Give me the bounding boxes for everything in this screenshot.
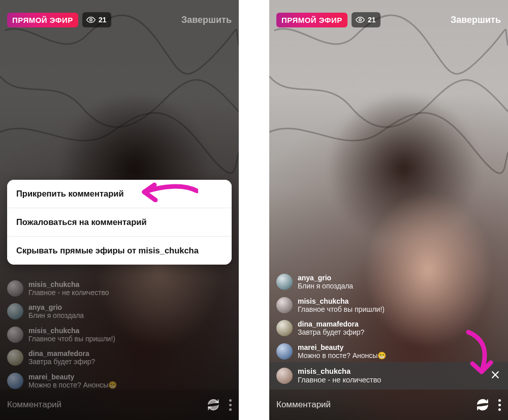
comment-text: Можно в посте? Анонсы😁 [298, 351, 386, 361]
more-options-icon[interactable] [498, 399, 501, 411]
topbar: ПРЯМОЙ ЭФИР 21 Завершить [276, 12, 501, 27]
comment-item[interactable]: anya_grio Блин я опоздала [7, 303, 232, 320]
svg-point-0 [90, 19, 92, 21]
avatar[interactable] [276, 320, 293, 336]
viewer-count: 21 [99, 16, 107, 24]
comment-item[interactable]: misis_chukcha Главное чтоб вы пришли!) [7, 327, 232, 344]
comment-username: marei_beauty [28, 373, 117, 381]
comment-text: Блин я опоздала [28, 311, 84, 320]
avatar[interactable] [7, 349, 23, 366]
instructional-arrow-icon [461, 329, 494, 378]
more-options-icon[interactable] [229, 399, 232, 411]
comment-text: Главное чтоб вы пришли!) [298, 305, 385, 314]
pinned-comment-username: misis_chukcha [298, 367, 381, 375]
comment-username: dina_mamafedora [298, 320, 364, 328]
comment-text: Можно в посте? Анонсы😁 [28, 381, 117, 390]
comment-item[interactable]: misis_chukcha Главное - не количество [7, 280, 232, 298]
avatar[interactable] [7, 327, 23, 343]
comment-item[interactable]: marei_beauty Можно в посте? Анонсы😁 [7, 373, 232, 390]
switch-camera-icon[interactable] [207, 398, 220, 411]
avatar[interactable] [276, 274, 293, 290]
eye-icon [86, 15, 96, 24]
pinned-comment-text: Главное - не количество [298, 375, 381, 384]
avatar[interactable] [7, 280, 23, 297]
comment-item[interactable]: misis_chukcha Главное чтоб вы пришли!) [276, 297, 501, 314]
avatar[interactable] [276, 368, 293, 384]
screenshot-right: ПРЯМОЙ ЭФИР 21 Завершить anya_grio Блин … [269, 0, 508, 420]
comment-username: dina_mamafedora [28, 349, 95, 358]
avatar[interactable] [7, 303, 23, 319]
avatar[interactable] [7, 373, 23, 389]
comments-list[interactable]: misis_chukcha Главное - не количество an… [0, 280, 239, 390]
comment-username: anya_grio [298, 274, 353, 282]
avatar[interactable] [276, 297, 293, 313]
comment-username: marei_beauty [298, 343, 386, 351]
comment-username: anya_grio [28, 303, 84, 311]
comment-username: misis_chukcha [28, 327, 115, 335]
hide-lives-option[interactable]: Скрывать прямые эфиры от misis_chukcha [7, 237, 232, 265]
comment-text: Блин я опоздала [298, 282, 353, 291]
screenshot-left: ПРЯМОЙ ЭФИР 21 Завершить misis_chukcha Г… [0, 0, 239, 420]
comment-item[interactable]: dina_mamafedora Завтра будет эфир? [7, 349, 232, 367]
comment-text: Главное - не количество [28, 288, 109, 298]
viewer-count-badge[interactable]: 21 [352, 12, 381, 27]
viewer-count: 21 [368, 16, 376, 24]
live-badge: ПРЯМОЙ ЭФИР [7, 13, 78, 27]
switch-camera-icon[interactable] [476, 398, 489, 411]
comment-username: misis_chukcha [298, 297, 385, 305]
report-comment-option[interactable]: Пожаловаться на комментарий [7, 208, 232, 237]
viewer-count-badge[interactable]: 21 [82, 12, 112, 27]
bottom-bar [0, 390, 239, 420]
end-live-button[interactable]: Завершить [451, 15, 501, 25]
end-live-button[interactable]: Завершить [181, 15, 232, 25]
comment-input[interactable] [276, 400, 467, 410]
instructional-arrow-icon [137, 181, 198, 202]
live-badge: ПРЯМОЙ ЭФИР [276, 13, 347, 27]
comment-username: misis_chukcha [28, 280, 109, 288]
comment-text: Главное чтоб вы пришли!) [28, 335, 115, 344]
topbar: ПРЯМОЙ ЭФИР 21 Завершить [7, 12, 232, 27]
comment-text: Завтра будет эфир? [298, 328, 364, 337]
svg-point-1 [359, 19, 362, 21]
comment-input[interactable] [7, 400, 198, 410]
eye-icon [356, 15, 365, 24]
comment-text: Завтра будет эфир? [28, 358, 95, 367]
avatar[interactable] [276, 343, 293, 360]
comment-item[interactable]: anya_grio Блин я опоздала [276, 274, 501, 291]
bottom-bar [269, 390, 508, 420]
